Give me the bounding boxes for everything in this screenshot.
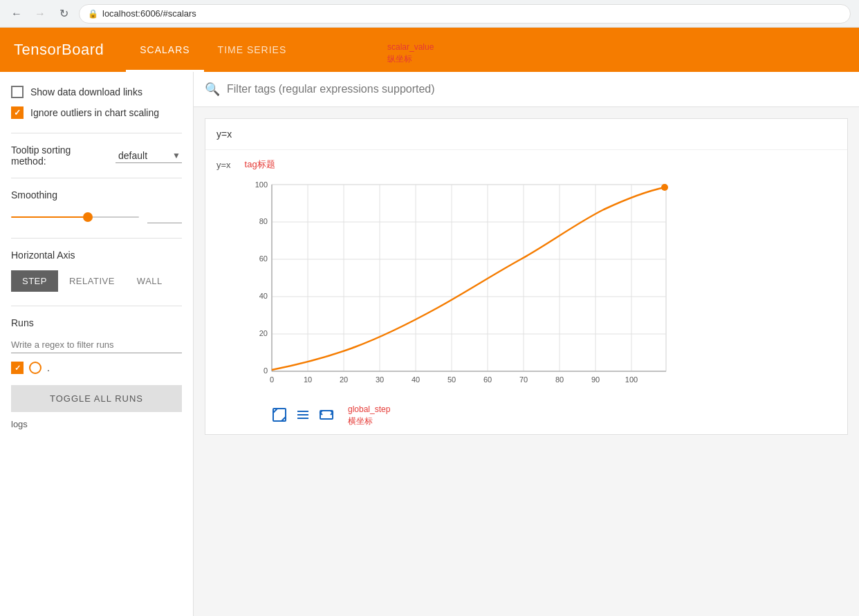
svg-text:30: 30 <box>376 375 384 384</box>
svg-text:80: 80 <box>555 375 564 384</box>
chart-tag-annotation: tag标题 <box>245 158 275 171</box>
main-nav: SCALARS TIME SERIES <box>126 28 300 72</box>
chart-controls <box>244 402 334 429</box>
nav-item-scalars[interactable]: SCALARS <box>126 28 203 72</box>
chart-body: y=x tag标题 <box>205 150 847 434</box>
main-layout: Show data download links Ignore outliers… <box>0 72 859 616</box>
svg-text:0: 0 <box>264 366 268 375</box>
svg-text:100: 100 <box>625 375 638 384</box>
filter-bar: 🔍 <box>194 72 859 107</box>
run-item: . <box>11 362 182 374</box>
horizontal-axis-title: Horizontal Axis <box>11 250 182 261</box>
back-button[interactable]: ← <box>8 6 25 22</box>
content-area: 🔍 y=x y=x tag标题 <box>194 72 859 616</box>
runs-section: Runs . <box>11 317 182 374</box>
browser-chrome: ← → ↻ 🔒 localhost:6006/#scalars <box>0 0 859 28</box>
chart-svg: 0 20 40 60 80 100 0 10 20 30 40 <box>244 178 687 399</box>
divider-2 <box>11 178 182 178</box>
address-bar: 🔒 localhost:6006/#scalars <box>79 4 851 24</box>
toggle-all-runs-button[interactable]: TOGGLE ALL RUNS <box>11 385 182 412</box>
forward-button[interactable]: → <box>32 6 48 22</box>
slider-row: 0.6 <box>11 210 182 224</box>
tooltip-select-wrapper: default descending ascending nearest ▼ <box>116 149 182 163</box>
axis-annotations: global_step 横坐标 <box>348 404 390 427</box>
chart-card: y=x y=x tag标题 <box>205 118 848 435</box>
divider-3 <box>11 238 182 239</box>
chart-svg-container: 0 20 40 60 80 100 0 10 20 30 40 <box>216 178 836 399</box>
chart-tag-row: y=x tag标题 <box>216 158 836 171</box>
smoothing-value-input[interactable]: 0.6 <box>147 212 182 223</box>
svg-text:80: 80 <box>259 217 268 225</box>
svg-text:70: 70 <box>519 375 528 384</box>
chart-fit-button[interactable] <box>272 407 287 426</box>
svg-text:10: 10 <box>304 375 312 384</box>
axis-step-button[interactable]: STEP <box>11 270 58 292</box>
ignore-outliers-checkbox[interactable] <box>11 106 24 119</box>
run-name: . <box>47 362 50 373</box>
tooltip-row: Tooltip sorting method: default descendi… <box>11 144 182 167</box>
axis-relative-button[interactable]: RELATIVE <box>58 270 126 292</box>
settings-section: Show data download links Ignore outliers… <box>11 86 182 119</box>
svg-text:90: 90 <box>591 375 600 384</box>
show-download-checkbox[interactable] <box>11 86 24 98</box>
smoothing-title: Smoothing <box>11 189 182 200</box>
chart-tag-label: y=x <box>216 160 231 170</box>
svg-text:20: 20 <box>259 329 268 337</box>
tag-filter-input[interactable] <box>227 83 848 95</box>
lock-icon: 🔒 <box>88 9 98 19</box>
address-text: localhost:6006/#scalars <box>102 8 196 19</box>
nav-item-time-series[interactable]: TIME SERIES <box>204 28 301 72</box>
reload-button[interactable]: ↻ <box>55 6 72 22</box>
divider-1 <box>11 133 182 133</box>
svg-text:100: 100 <box>255 180 268 189</box>
sidebar: Show data download links Ignore outliers… <box>0 72 194 616</box>
svg-rect-0 <box>272 185 666 371</box>
charts-container: y=x y=x tag标题 <box>194 107 859 616</box>
svg-text:60: 60 <box>259 254 268 263</box>
svg-point-38 <box>661 184 668 191</box>
chart-legend-button[interactable] <box>295 407 311 426</box>
ignore-outliers-label: Ignore outliers in chart scaling <box>30 107 159 118</box>
chart-horizontal-button[interactable] <box>319 407 334 426</box>
svg-text:40: 40 <box>412 375 420 384</box>
tooltip-select[interactable]: default descending ascending nearest <box>116 149 182 163</box>
svg-text:0: 0 <box>270 375 274 384</box>
smoothing-section: Smoothing 0.6 <box>11 189 182 224</box>
divider-4 <box>11 306 182 306</box>
slider-track <box>11 216 139 218</box>
x-axis-annotation-sub: 横坐标 <box>348 416 390 427</box>
search-icon: 🔍 <box>205 82 220 97</box>
chart-footer: global_step 横坐标 <box>244 402 836 429</box>
show-download-row[interactable]: Show data download links <box>11 86 182 98</box>
axis-buttons: STEP RELATIVE WALL <box>11 270 182 292</box>
svg-text:20: 20 <box>340 375 348 384</box>
show-download-label: Show data download links <box>30 86 142 97</box>
svg-text:50: 50 <box>447 375 456 384</box>
slider-container <box>11 210 139 224</box>
svg-text:60: 60 <box>483 375 492 384</box>
chart-card-title: y=x <box>205 119 847 150</box>
runs-title: Runs <box>11 317 182 328</box>
axis-wall-button[interactable]: WALL <box>126 270 174 292</box>
app-logo: TensorBoard <box>14 41 104 59</box>
logs-label: logs <box>11 419 182 429</box>
slider-thumb[interactable] <box>83 212 93 222</box>
ignore-outliers-row[interactable]: Ignore outliers in chart scaling <box>11 106 182 119</box>
tooltip-label: Tooltip sorting method: <box>11 144 107 167</box>
x-axis-annotation-label: global_step <box>348 404 390 414</box>
run-checkbox[interactable] <box>11 362 24 374</box>
horizontal-axis-section: Horizontal Axis STEP RELATIVE WALL <box>11 250 182 292</box>
run-circle-icon <box>29 362 41 374</box>
runs-filter-input[interactable] <box>11 337 182 353</box>
svg-text:40: 40 <box>259 292 268 300</box>
